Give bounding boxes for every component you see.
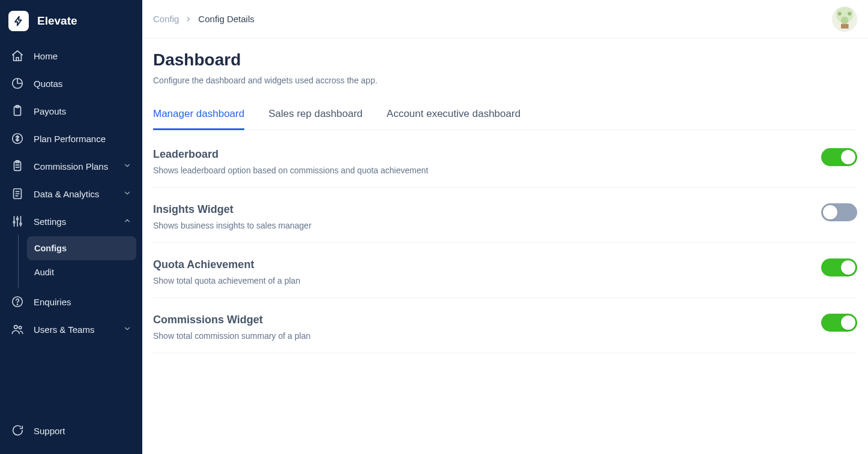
tab-sales-rep-dashboard[interactable]: Sales rep dashboard bbox=[268, 102, 363, 130]
sidebar-item-settings[interactable]: Settings bbox=[6, 208, 136, 235]
sidebar-item-label: Settings bbox=[34, 217, 66, 227]
setting-info: Quota AchievementShow total quota achiev… bbox=[153, 258, 300, 285]
breadcrumb-current: Config Details bbox=[198, 14, 254, 24]
sliders-icon bbox=[11, 215, 24, 228]
sidebar-footer: Support bbox=[0, 411, 142, 454]
chevron-down-icon bbox=[123, 189, 131, 199]
sidebar-item-label: Plan Performance bbox=[34, 134, 106, 144]
document-icon bbox=[11, 187, 24, 200]
sidebar-item-plan-performance[interactable]: Plan Performance bbox=[6, 125, 136, 152]
setting-description: Show total quota achievement of a plan bbox=[153, 276, 300, 285]
brand-name: Elevate bbox=[37, 14, 77, 28]
setting-toggle[interactable] bbox=[821, 258, 857, 276]
page-title: Dashboard bbox=[153, 50, 857, 70]
svg-point-9 bbox=[20, 223, 22, 225]
sidebar-item-label: Users & Teams bbox=[34, 324, 94, 335]
setting-description: Shows leaderboard option based on commis… bbox=[153, 166, 428, 175]
users-icon bbox=[11, 323, 24, 336]
settings-list: LeaderboardShows leaderboard option base… bbox=[153, 130, 857, 353]
sidebar-item-enquiries[interactable]: Enquiries bbox=[6, 288, 136, 315]
sub-item-label: Configs bbox=[34, 243, 67, 253]
sidebar-nav: Home Quotas Payouts Plan Performance Com… bbox=[0, 37, 142, 411]
avatar[interactable] bbox=[832, 7, 857, 32]
sub-item-audit[interactable]: Audit bbox=[27, 260, 136, 284]
sidebar-item-users-teams[interactable]: Users & Teams bbox=[6, 315, 136, 343]
clipboard-icon bbox=[11, 104, 24, 118]
clipboard-list-icon bbox=[11, 160, 24, 173]
sidebar-item-payouts[interactable]: Payouts bbox=[6, 97, 136, 125]
tab-label: Sales rep dashboard bbox=[268, 108, 363, 119]
sidebar-item-commission-plans[interactable]: Commission Plans bbox=[6, 152, 136, 180]
toggle-knob bbox=[841, 150, 855, 164]
help-circle-icon bbox=[11, 295, 24, 308]
sidebar-item-label: Home bbox=[34, 51, 58, 61]
sidebar: Elevate Home Quotas Payouts Plan Perform… bbox=[0, 0, 142, 454]
main: Config Config Details Dashboard Configur… bbox=[142, 0, 868, 454]
tab-label: Manager dashboard bbox=[153, 108, 244, 119]
tabs: Manager dashboard Sales rep dashboard Ac… bbox=[153, 102, 857, 130]
sidebar-item-home[interactable]: Home bbox=[6, 42, 136, 70]
sidebar-item-support[interactable]: Support bbox=[6, 417, 136, 444]
setting-title: Commissions Widget bbox=[153, 314, 310, 326]
sidebar-item-label: Payouts bbox=[34, 106, 66, 116]
setting-info: Commissions WidgetShow total commission … bbox=[153, 314, 310, 341]
svg-point-7 bbox=[13, 221, 15, 223]
breadcrumb-root[interactable]: Config bbox=[153, 14, 179, 24]
tab-label: Account executive dashboard bbox=[387, 108, 520, 119]
toggle-knob bbox=[841, 260, 855, 275]
svg-point-13 bbox=[19, 326, 21, 329]
setting-title: Leaderboard bbox=[153, 148, 428, 161]
svg-point-11 bbox=[17, 304, 17, 305]
toggle-knob bbox=[823, 205, 837, 220]
settings-subnav: Configs Audit bbox=[18, 235, 136, 288]
brand-logo bbox=[8, 11, 29, 31]
sidebar-item-label: Enquiries bbox=[34, 297, 71, 307]
sidebar-item-data-analytics[interactable]: Data & Analytics bbox=[6, 180, 136, 208]
setting-title: Insights Widget bbox=[153, 203, 312, 216]
sidebar-item-label: Support bbox=[34, 426, 65, 436]
topbar: Config Config Details bbox=[142, 0, 868, 38]
sidebar-item-label: Commission Plans bbox=[34, 161, 108, 172]
chevron-down-icon bbox=[123, 324, 131, 335]
breadcrumb: Config Config Details bbox=[153, 14, 255, 24]
setting-info: Insights WidgetShows business insights t… bbox=[153, 203, 312, 230]
toggle-knob bbox=[841, 315, 855, 330]
dollar-circle-icon bbox=[11, 132, 24, 145]
tab-manager-dashboard[interactable]: Manager dashboard bbox=[153, 102, 244, 130]
setting-info: LeaderboardShows leaderboard option base… bbox=[153, 148, 428, 175]
setting-row: LeaderboardShows leaderboard option base… bbox=[153, 130, 857, 188]
svg-point-8 bbox=[17, 218, 19, 220]
brand[interactable]: Elevate bbox=[0, 6, 142, 37]
sub-item-label: Audit bbox=[34, 267, 54, 277]
bolt-icon bbox=[13, 16, 24, 26]
content: Dashboard Configure the dashboard and wi… bbox=[142, 38, 868, 377]
sidebar-item-label: Data & Analytics bbox=[34, 189, 99, 199]
setting-description: Shows business insights to sales manager bbox=[153, 221, 312, 230]
tab-account-executive-dashboard[interactable]: Account executive dashboard bbox=[387, 102, 520, 130]
svg-point-12 bbox=[14, 326, 18, 329]
setting-toggle[interactable] bbox=[821, 148, 857, 166]
setting-row: Quota AchievementShow total quota achiev… bbox=[153, 243, 857, 298]
sidebar-item-quotas[interactable]: Quotas bbox=[6, 70, 136, 97]
chevron-down-icon bbox=[123, 161, 131, 172]
page-subtitle: Configure the dashboard and widgets used… bbox=[153, 76, 857, 85]
chevron-up-icon bbox=[123, 217, 131, 227]
chevron-right-icon bbox=[185, 16, 192, 23]
setting-title: Quota Achievement bbox=[153, 258, 300, 271]
setting-row: Insights WidgetShows business insights t… bbox=[153, 188, 857, 243]
home-icon bbox=[11, 49, 24, 62]
sub-item-configs[interactable]: Configs bbox=[27, 236, 136, 260]
setting-toggle[interactable] bbox=[821, 314, 857, 332]
chat-icon bbox=[11, 424, 24, 437]
setting-row: Commissions WidgetShow total commission … bbox=[153, 298, 857, 353]
sidebar-item-label: Quotas bbox=[34, 79, 62, 89]
setting-description: Show total commission summary of a plan bbox=[153, 331, 310, 341]
pie-icon bbox=[11, 77, 24, 90]
setting-toggle[interactable] bbox=[821, 203, 857, 221]
